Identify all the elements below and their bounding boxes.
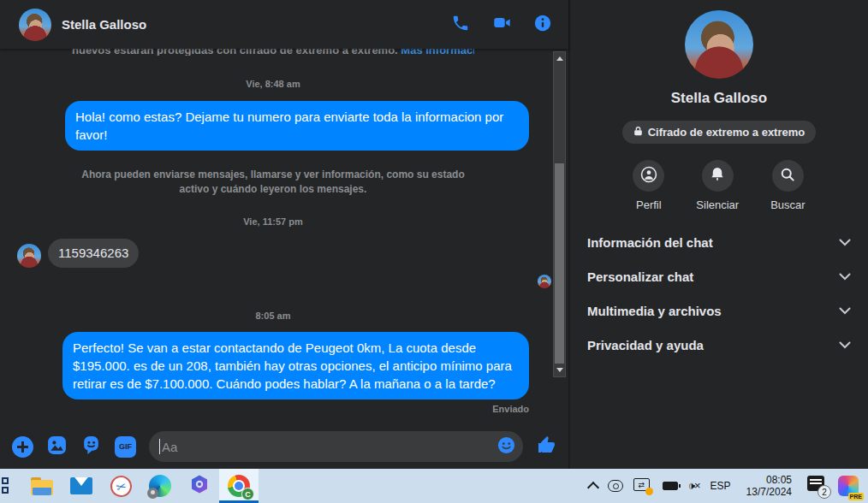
mute-action-button[interactable]: Silenciar — [696, 160, 739, 211]
section-label: Información del chat — [587, 235, 713, 250]
encryption-notice-text: nuevos estarán protegidas con cifrado de… — [72, 49, 398, 56]
phone-icon — [451, 14, 470, 36]
search-action-button[interactable]: Buscar — [770, 160, 805, 211]
sticker-icon — [80, 435, 102, 459]
profile-avatar[interactable] — [685, 10, 753, 79]
conversation-info-panel: Stella Galloso Cifrado de extremo a extr… — [568, 0, 868, 469]
edge-button[interactable] — [140, 469, 180, 503]
system-notice: Ahora pueden enviarse mensajes, llamarse… — [72, 168, 474, 197]
office-button[interactable] — [180, 469, 219, 503]
header-avatar[interactable] — [19, 9, 51, 41]
section-label: Privacidad y ayuda — [587, 338, 704, 352]
photo-button[interactable] — [46, 435, 68, 459]
tray-cast-button[interactable] — [603, 469, 627, 503]
scroll-up-button[interactable] — [554, 52, 565, 65]
incoming-message-bubble[interactable]: 1159346263 — [48, 239, 139, 268]
outgoing-message-bubble[interactable]: Hola! como estas? Dejame tu numero para … — [65, 101, 529, 151]
tray-date: 13/7/2024 — [746, 486, 792, 498]
encryption-notice-clipped: nuevos estarán protegidas con cifrado de… — [72, 49, 474, 56]
battery-icon — [663, 482, 678, 490]
scroll-up-arrow-icon — [556, 56, 563, 61]
scissors-icon: ✂ — [108, 473, 134, 500]
sticker-button[interactable] — [80, 435, 102, 459]
language-indicator[interactable]: ESP — [706, 469, 735, 503]
envelope-icon — [70, 477, 92, 494]
scroll-down-button[interactable] — [554, 364, 565, 376]
chat-column: Stella Galloso — [0, 0, 568, 469]
image-icon — [46, 435, 68, 459]
timestamp: 8:05 am — [256, 311, 291, 321]
sender-avatar[interactable] — [17, 244, 41, 268]
message-composer: GIF Aa — [0, 424, 568, 469]
section-media-files[interactable]: Multimedia y archivos — [587, 293, 851, 328]
clock[interactable]: 08:05 13/7/2024 — [737, 469, 801, 503]
video-call-button[interactable] — [491, 15, 512, 35]
video-camera-icon — [492, 14, 512, 36]
chevron-down-icon — [839, 269, 851, 284]
chevron-down-icon — [839, 337, 851, 352]
attach-button[interactable] — [12, 436, 33, 458]
office-icon — [189, 474, 210, 498]
copilot-pre-badge: PRE — [848, 493, 864, 500]
section-label: Personalizar chat — [587, 269, 693, 284]
scrollbar-track[interactable] — [554, 65, 565, 364]
incoming-message-row: 1159346263 — [17, 239, 139, 268]
snipping-tool-button[interactable]: ✂ — [101, 469, 140, 503]
messenger-window: Stella Galloso — [0, 0, 868, 469]
section-privacy-help[interactable]: Privacidad y ayuda — [587, 328, 851, 362]
tray-volume-button[interactable]: 🕩× — [684, 469, 705, 503]
scroll-down-arrow-icon — [556, 368, 563, 372]
person-icon — [639, 165, 658, 187]
section-customize-chat[interactable]: Personalizar chat — [587, 259, 851, 293]
scrollbar-thumb[interactable] — [555, 163, 564, 364]
message-input[interactable]: Aa — [149, 431, 523, 462]
chrome-icon: C — [228, 475, 250, 497]
chevron-up-icon — [587, 482, 599, 494]
bell-icon — [709, 166, 726, 186]
muted-speaker-icon: 🕩× — [688, 479, 700, 493]
search-icon — [779, 166, 796, 186]
info-icon — [533, 14, 552, 36]
tray-battery-button[interactable] — [658, 469, 682, 503]
chat-scrollbar[interactable] — [553, 51, 566, 377]
action-label: Buscar — [770, 198, 805, 211]
tray-overflow-button[interactable] — [585, 469, 602, 503]
action-label: Perfil — [636, 198, 662, 211]
panel-sections: Información del chat Personalizar chat M… — [570, 225, 868, 362]
section-label: Multimedia y archivos — [587, 304, 722, 318]
mail-button[interactable] — [62, 469, 101, 503]
encryption-badge[interactable]: Cifrado de extremo a extremo — [622, 121, 817, 144]
tray-display-button[interactable]: ⇄ — [629, 469, 657, 503]
timestamp: Vie, 11:57 pm — [243, 216, 303, 227]
more-info-link[interactable]: Más información — [401, 49, 474, 56]
profile-action-button[interactable]: Perfil — [633, 160, 664, 211]
section-chat-info[interactable]: Información del chat — [587, 225, 851, 259]
edge-icon — [149, 475, 171, 497]
copilot-icon: PRE — [838, 476, 859, 496]
like-button[interactable] — [536, 435, 556, 459]
thumbs-up-icon — [536, 435, 556, 459]
gif-icon: GIF — [115, 436, 136, 458]
input-placeholder: Aa — [162, 440, 496, 454]
chevron-down-icon — [839, 303, 851, 318]
encryption-badge-label: Cifrado de extremo a extremo — [648, 126, 806, 139]
start-button[interactable] — [0, 469, 22, 503]
notification-center-button[interactable]: 2 — [803, 469, 832, 503]
file-explorer-button[interactable] — [22, 469, 62, 503]
notification-count-badge: 2 — [817, 485, 831, 499]
chat-title[interactable]: Stella Galloso — [62, 17, 146, 32]
panel-actions: Perfil Silenciar B — [633, 160, 805, 211]
outgoing-message-bubble[interactable]: Perfecto! Se van a estar contactando de … — [62, 332, 529, 399]
plus-icon — [12, 436, 33, 458]
copilot-button[interactable]: PRE — [834, 469, 863, 503]
language-label: ESP — [710, 480, 731, 492]
emoji-button[interactable] — [496, 435, 516, 459]
folder-icon — [31, 477, 53, 495]
chevron-down-icon — [839, 234, 851, 250]
conversation-info-button[interactable] — [532, 15, 553, 35]
chat-header: Stella Galloso — [0, 0, 568, 49]
tray-time: 08:05 — [746, 474, 792, 486]
gif-button[interactable]: GIF — [115, 436, 136, 458]
voice-call-button[interactable] — [450, 15, 471, 35]
chrome-button-active[interactable]: C — [219, 469, 259, 503]
